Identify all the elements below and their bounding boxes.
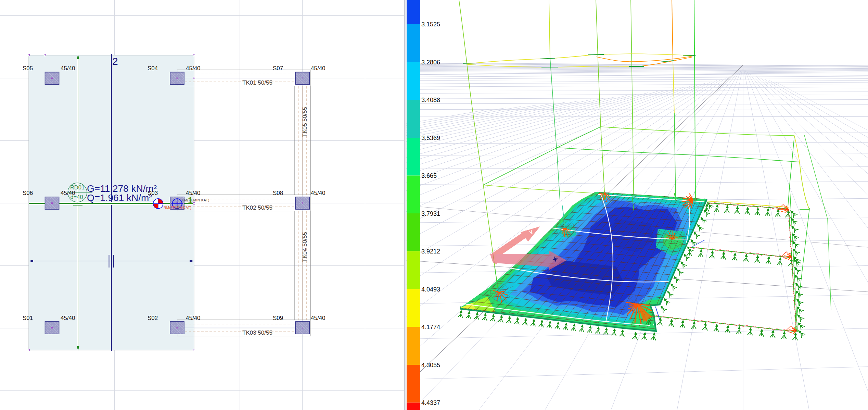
svg-text:S05: S05	[23, 65, 33, 72]
svg-text:RM(ZEMİN KAT): RM(ZEMİN KAT)	[164, 206, 191, 210]
svg-text:TK01 50/55: TK01 50/55	[242, 79, 272, 86]
svg-text:KM(ZEMİN KAT): KM(ZEMİN KAT)	[182, 198, 209, 202]
svg-text:TK02 50/55: TK02 50/55	[242, 204, 272, 211]
svg-text:3.9212: 3.9212	[421, 248, 440, 255]
svg-text:4.3055: 4.3055	[421, 362, 440, 369]
svg-text:TK05 50/55: TK05 50/55	[302, 107, 308, 137]
svg-text:S02: S02	[148, 315, 158, 321]
svg-text:45/40: 45/40	[61, 65, 75, 72]
svg-text:45/40: 45/40	[61, 315, 75, 321]
svg-text:3.7931: 3.7931	[421, 210, 440, 217]
svg-text:4.1774: 4.1774	[421, 324, 440, 331]
svg-text:S09: S09	[273, 315, 283, 321]
svg-text:S03: S03	[148, 190, 158, 196]
svg-text:1: 1	[188, 196, 193, 205]
svg-text:2: 2	[112, 55, 118, 67]
svg-text:45/40: 45/40	[61, 190, 75, 196]
svg-text:TK04 50/55: TK04 50/55	[302, 232, 308, 262]
svg-text:4.0493: 4.0493	[421, 286, 440, 293]
svg-text:3.665: 3.665	[421, 172, 437, 179]
svg-text:3.1525: 3.1525	[421, 21, 440, 28]
svg-text:3.2806: 3.2806	[421, 59, 440, 66]
svg-text:S07: S07	[273, 65, 283, 72]
svg-text:45/40: 45/40	[311, 190, 326, 196]
svg-text:TK03 50/55: TK03 50/55	[242, 330, 272, 336]
svg-text:4.4337: 4.4337	[421, 399, 440, 406]
svg-text:45/40: 45/40	[186, 315, 201, 321]
svg-text:Q=1.961 kN/m²: Q=1.961 kN/m²	[87, 192, 152, 203]
svg-text:3.4088: 3.4088	[421, 97, 440, 103]
svg-text:S06: S06	[23, 190, 33, 196]
svg-text:S01: S01	[23, 315, 33, 321]
svg-text:45/40: 45/40	[186, 65, 201, 72]
svg-text:S04: S04	[148, 65, 158, 72]
svg-text:45/40: 45/40	[311, 65, 326, 72]
svg-text:45/40: 45/40	[311, 315, 326, 321]
svg-text:3.5369: 3.5369	[421, 135, 440, 141]
svg-text:S08: S08	[273, 190, 283, 196]
